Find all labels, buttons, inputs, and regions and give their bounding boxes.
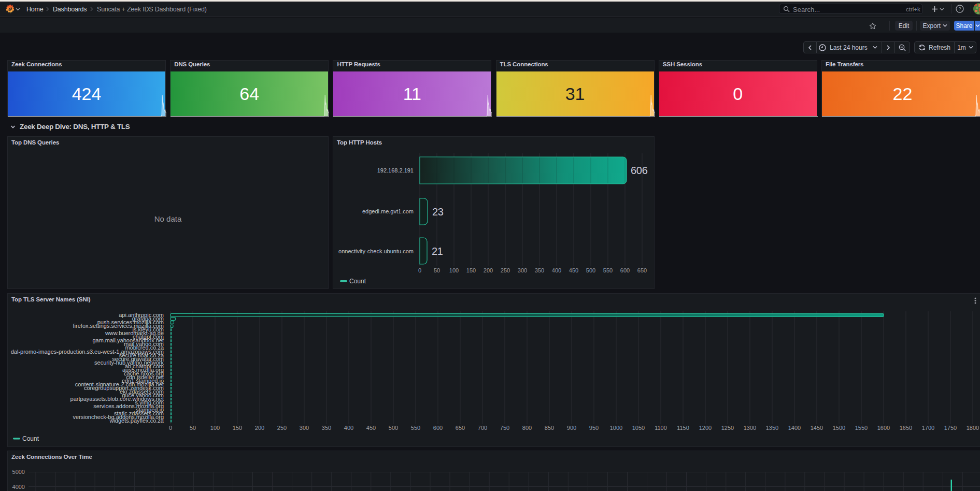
svg-text:450: 450: [569, 267, 578, 273]
svg-text:150: 150: [233, 425, 242, 431]
svg-text:1050: 1050: [632, 425, 645, 431]
svg-text:1150: 1150: [677, 425, 689, 431]
svg-text:500: 500: [586, 267, 595, 273]
svg-text:950: 950: [589, 425, 599, 431]
svg-text:192.168.2.191: 192.168.2.191: [377, 167, 414, 174]
svg-text:21: 21: [432, 245, 443, 257]
svg-text:150: 150: [466, 267, 476, 273]
svg-text:300: 300: [300, 425, 309, 431]
svg-text:23: 23: [432, 206, 444, 218]
svg-text:1700: 1700: [922, 425, 934, 431]
svg-text:450: 450: [366, 425, 376, 431]
svg-text:750: 750: [500, 425, 509, 431]
svg-text:606: 606: [631, 165, 648, 176]
svg-text:650: 650: [456, 425, 465, 431]
svg-text:4000: 4000: [12, 484, 25, 490]
svg-text:200: 200: [255, 425, 264, 431]
svg-text:widgets.payflex.co.za: widgets.payflex.co.za: [109, 417, 164, 424]
svg-text:onnectivity-check.ubuntu.com: onnectivity-check.ubuntu.com: [338, 248, 414, 254]
svg-text:350: 350: [535, 267, 544, 273]
svg-text:1500: 1500: [833, 425, 845, 431]
svg-text:1750: 1750: [944, 425, 957, 431]
svg-text:400: 400: [344, 425, 353, 431]
svg-text:200: 200: [484, 267, 493, 273]
svg-text:5000: 5000: [12, 469, 25, 475]
svg-text:50: 50: [190, 425, 196, 431]
svg-text:Count: Count: [22, 435, 39, 442]
svg-text:1400: 1400: [788, 425, 801, 431]
svg-text:1600: 1600: [877, 425, 890, 431]
svg-text:100: 100: [449, 267, 459, 273]
svg-text:350: 350: [322, 425, 331, 431]
svg-text:1550: 1550: [855, 425, 868, 431]
svg-text:1450: 1450: [811, 425, 823, 431]
svg-text:?: ?: [958, 6, 961, 11]
svg-text:100: 100: [210, 425, 220, 431]
svg-text:850: 850: [545, 425, 554, 431]
svg-text:550: 550: [603, 267, 613, 273]
svg-text:0: 0: [418, 267, 421, 273]
svg-text:700: 700: [478, 425, 487, 431]
svg-text:500: 500: [389, 425, 398, 431]
svg-text:650: 650: [637, 267, 647, 273]
svg-text:600: 600: [433, 425, 443, 431]
svg-text:250: 250: [501, 267, 510, 273]
svg-text:1250: 1250: [721, 425, 734, 431]
svg-text:300: 300: [518, 267, 527, 273]
svg-text:1300: 1300: [744, 425, 756, 431]
svg-text:400: 400: [552, 267, 561, 273]
svg-text:250: 250: [277, 425, 287, 431]
svg-text:600: 600: [620, 267, 630, 273]
svg-text:edgedl.me.gvt1.com: edgedl.me.gvt1.com: [362, 208, 414, 214]
svg-text:1650: 1650: [900, 425, 912, 431]
svg-text:1100: 1100: [655, 425, 667, 431]
svg-text:1350: 1350: [766, 425, 778, 431]
svg-text:0: 0: [169, 425, 172, 431]
svg-text:50: 50: [434, 267, 440, 273]
svg-text:900: 900: [567, 425, 576, 431]
svg-text:1800: 1800: [967, 425, 979, 431]
svg-text:550: 550: [411, 425, 420, 431]
svg-text:Count: Count: [349, 278, 366, 285]
svg-text:1200: 1200: [699, 425, 712, 431]
svg-text:1000: 1000: [610, 425, 622, 431]
svg-text:800: 800: [522, 425, 532, 431]
